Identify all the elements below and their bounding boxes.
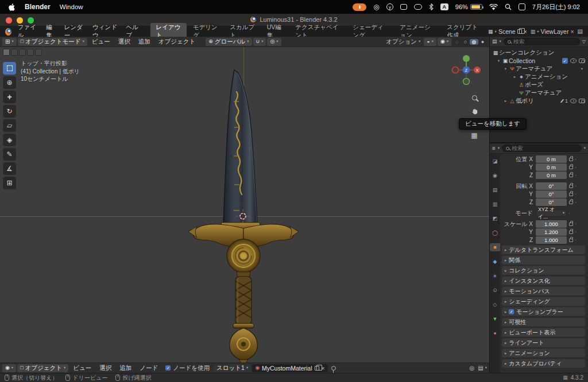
lock-icon[interactable] bbox=[569, 223, 573, 226]
menu-select[interactable]: 選択 bbox=[115, 38, 134, 46]
chevron-down-icon[interactable]: ▾ bbox=[579, 67, 585, 71]
section-animation[interactable]: ▸アニメーション bbox=[502, 349, 585, 357]
section-viewport-display[interactable]: ▸ビューポート表示 bbox=[502, 328, 585, 337]
editors-icon[interactable]: ▤ bbox=[578, 29, 583, 34]
annotate-tool[interactable]: ✎ bbox=[3, 148, 16, 161]
chevron-down-icon[interactable]: ▾ bbox=[498, 146, 500, 150]
macos-app-name[interactable]: Blender bbox=[25, 3, 51, 11]
animate-dot-icon[interactable]: · bbox=[575, 191, 577, 197]
animate-dot-icon[interactable]: · bbox=[575, 164, 577, 170]
pin-icon[interactable] bbox=[331, 366, 336, 371]
add-cube-tool[interactable]: ⊞ bbox=[3, 177, 16, 189]
gizmo-y-neg-axis[interactable] bbox=[463, 79, 470, 85]
menu-add[interactable]: 追加 bbox=[135, 38, 154, 46]
animate-dot-icon[interactable]: · bbox=[575, 237, 577, 243]
chevron-down-icon[interactable]: ▾ bbox=[500, 40, 501, 44]
material-tab[interactable]: ● bbox=[490, 329, 500, 337]
animate-dot-icon[interactable]: · bbox=[575, 199, 577, 205]
menu-object[interactable]: オブジェクト bbox=[155, 38, 199, 46]
new-scene-icon[interactable] bbox=[517, 29, 522, 34]
hide-eye-icon[interactable] bbox=[570, 99, 577, 103]
section-motion-paths[interactable]: ▸モーションパス bbox=[502, 287, 585, 295]
snapping-icon[interactable]: ◎ bbox=[470, 365, 475, 371]
outliner-row-lowpoly[interactable]: ▸ △ 低ポリ 1 bbox=[490, 97, 588, 105]
physics-tab[interactable]: ⊙ bbox=[490, 286, 500, 294]
section-relations[interactable]: ▸関係 bbox=[502, 256, 585, 264]
control-center-icon[interactable] bbox=[519, 3, 525, 10]
delete-viewlayer-icon[interactable]: × bbox=[570, 28, 574, 35]
proportional-edit-button[interactable]: ◎ ▾ bbox=[267, 38, 281, 46]
gizmo-y-axis[interactable] bbox=[463, 55, 470, 62]
blender-menu-icon[interactable] bbox=[5, 28, 11, 36]
outliner-search-input[interactable] bbox=[513, 38, 576, 45]
section-delta-transform[interactable]: ▸デルタトランスフォーム bbox=[502, 245, 585, 254]
section-motion-blur[interactable]: ▸ ✓ モーションブラー bbox=[502, 307, 585, 316]
select-mode-subtract-button[interactable] bbox=[19, 49, 26, 56]
select-mode-extend-button[interactable] bbox=[11, 49, 18, 56]
apple-menu[interactable] bbox=[8, 3, 16, 11]
modifier-tab[interactable]: ◆ bbox=[490, 258, 500, 266]
menu-view[interactable]: ビュー bbox=[69, 364, 95, 372]
animate-dot-icon[interactable]: · bbox=[575, 156, 577, 162]
expand-icon[interactable]: ▸ bbox=[502, 99, 509, 103]
outliner-row-animation[interactable]: ▸ ◆ アニメーション bbox=[490, 73, 588, 81]
zoom-view-button[interactable] bbox=[469, 92, 480, 103]
y-status-icon[interactable]: y bbox=[386, 3, 393, 10]
view-navigation-gizmo[interactable]: X Z bbox=[450, 52, 482, 88]
snapping-button[interactable]: ∪ ▾ bbox=[253, 38, 266, 46]
chat-icon[interactable] bbox=[400, 4, 407, 10]
bluetooth-icon[interactable] bbox=[429, 3, 434, 10]
measure-tool[interactable]: ∡ bbox=[3, 162, 16, 175]
outliner-row-armature-data[interactable]: Ψ アーマチュア bbox=[490, 89, 588, 97]
editor-type-button[interactable]: ⊞ ▾ bbox=[2, 38, 17, 46]
animate-dot-icon[interactable]: · bbox=[575, 172, 577, 178]
hide-eye-icon[interactable] bbox=[570, 59, 577, 63]
scene-tab[interactable]: ◩ bbox=[490, 215, 500, 223]
viewlayer-tab[interactable]: ▥ bbox=[490, 200, 500, 208]
shading-material-button[interactable]: ◍ bbox=[470, 39, 478, 45]
cursor-tool[interactable]: ⊕ bbox=[3, 76, 16, 89]
location-x-field[interactable]: 0 m bbox=[536, 155, 567, 163]
filter-icon[interactable]: ▽ bbox=[582, 40, 586, 44]
mic-indicator-icon[interactable] bbox=[353, 3, 366, 11]
disable-render-icon[interactable] bbox=[579, 59, 585, 63]
lock-icon[interactable] bbox=[569, 201, 573, 204]
wifi-icon[interactable] bbox=[489, 4, 498, 10]
outliner-row-scene-collection[interactable]: ▦ シーンコレクション bbox=[490, 49, 588, 57]
collection-checkbox[interactable]: ✓ bbox=[562, 58, 568, 64]
outliner-row-pose[interactable]: ♙ ポーズ bbox=[490, 81, 588, 89]
expand-icon[interactable]: ▸ bbox=[512, 75, 518, 79]
tool-tab[interactable]: ◪ bbox=[490, 157, 500, 165]
material-slot-selector[interactable]: スロット1 ▾ bbox=[214, 364, 251, 372]
move-tool[interactable]: + bbox=[3, 91, 16, 103]
select-mode-intersect-button[interactable] bbox=[35, 49, 42, 56]
select-mode-new-button[interactable] bbox=[3, 49, 10, 56]
overlays-toggle-button[interactable]: ◉ ▾ bbox=[438, 38, 451, 46]
section-line-art[interactable]: ▸ラインアート bbox=[502, 338, 585, 347]
rotation-z-field[interactable]: 0° bbox=[536, 198, 567, 206]
properties-editor-icon[interactable]: ≡ bbox=[492, 146, 496, 151]
shazam-icon[interactable]: ◎ bbox=[373, 3, 379, 10]
object-data-tab[interactable]: ▼ bbox=[490, 315, 500, 323]
use-nodes-toggle[interactable]: ✓ ノードを使用 bbox=[163, 364, 212, 372]
controller-icon[interactable] bbox=[414, 4, 422, 10]
spotlight-search-icon[interactable] bbox=[505, 3, 512, 10]
disable-render-icon[interactable] bbox=[579, 99, 585, 103]
animate-dot-icon[interactable]: · bbox=[575, 229, 577, 235]
select-mode-invert-button[interactable] bbox=[27, 49, 34, 56]
particles-tab[interactable]: ∗ bbox=[490, 272, 500, 280]
menu-node[interactable]: ノード bbox=[136, 364, 161, 372]
scale-y-field[interactable]: 1.200 bbox=[536, 228, 567, 236]
select-box-tool[interactable] bbox=[3, 62, 16, 75]
lock-icon[interactable] bbox=[569, 231, 573, 234]
location-y-field[interactable]: 0 m bbox=[536, 163, 567, 171]
material-name-field[interactable]: ◉ MyCustomMaterial × bbox=[252, 364, 328, 372]
input-source-icon[interactable]: A bbox=[440, 3, 448, 10]
duplicate-material-icon[interactable] bbox=[315, 366, 319, 371]
object-tab[interactable]: ■ bbox=[490, 243, 500, 251]
mode-selector[interactable]: □ オブジェクトモード ▾ bbox=[18, 38, 87, 46]
section-instancing[interactable]: ▸インスタンス化 bbox=[502, 276, 585, 285]
lock-icon[interactable] bbox=[569, 174, 573, 177]
collapse-icon[interactable]: ▾ bbox=[496, 59, 502, 63]
lock-icon[interactable] bbox=[569, 193, 573, 196]
